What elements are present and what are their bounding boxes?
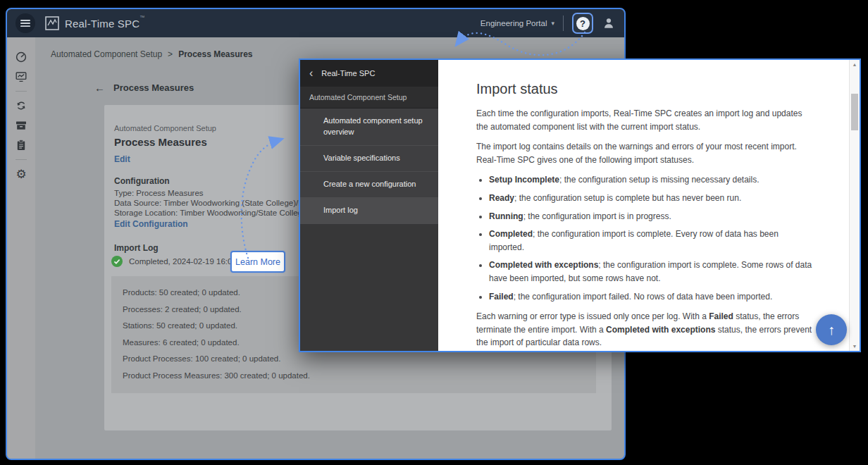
rail-divider <box>16 91 27 92</box>
page-heading: ← Process Measures <box>94 82 194 94</box>
topbar-right-group: Engineering Portal ▾ ? <box>480 13 616 34</box>
back-arrow-icon[interactable]: ← <box>94 82 105 94</box>
learn-more-button[interactable]: Learn More <box>230 251 285 273</box>
help-nav-item-variable-specifications[interactable]: Variable specifications <box>300 146 438 172</box>
import-log-heading: Import Log <box>114 243 159 253</box>
up-arrow-icon: ↑ <box>828 322 835 338</box>
help-sidebar-title: Real-Time SPC <box>321 69 375 78</box>
success-check-icon <box>111 256 123 267</box>
help-nav-item-import-log[interactable]: Import log <box>300 198 438 224</box>
page-title: Process Measures <box>113 82 194 93</box>
user-profile-icon[interactable] <box>602 16 616 30</box>
help-sidebar-filler <box>300 224 438 351</box>
question-mark-icon: ? <box>576 17 590 30</box>
top-bar: Real-Time SPC™ Engineering Portal ▾ ? <box>7 9 624 37</box>
app-logo: Real-Time SPC™ <box>45 16 144 30</box>
scrollbar-up-icon[interactable]: ▲ <box>850 62 860 67</box>
archive-box-icon[interactable] <box>13 118 29 133</box>
status-bullet: Running; the configuration import is in … <box>489 210 816 223</box>
card-title: Process Measures <box>114 136 207 148</box>
help-panel: ‹ Real-Time SPC Automated Component Setu… <box>299 58 861 352</box>
help-nav-item-create-configuration[interactable]: Create a new configuration <box>300 172 438 198</box>
help-nav-item-overview[interactable]: Automated component setup overview <box>300 108 438 146</box>
hamburger-icon <box>20 19 30 27</box>
portal-dropdown[interactable]: Engineering Portal ▾ <box>480 19 554 27</box>
breadcrumb-current: Process Measures <box>178 49 252 59</box>
card-eyebrow: Automated Component Setup <box>114 124 216 132</box>
help-section-label: Automated Component Setup <box>300 87 438 108</box>
configuration-heading: Configuration <box>114 176 170 186</box>
spc-chart-logo-icon <box>45 16 59 30</box>
back-chevron-icon[interactable]: ‹ <box>309 68 313 79</box>
app-title: Real-Time SPC™ <box>65 18 144 30</box>
scrollbar[interactable]: ▲ ▼ <box>849 60 860 351</box>
log-entry: Product Processes: 100 created; 0 update… <box>123 351 596 368</box>
dashboard-gauge-icon[interactable] <box>13 49 29 65</box>
clipboard-icon[interactable] <box>13 137 29 153</box>
portal-label: Engineering Portal <box>480 19 547 27</box>
help-paragraph-3: Each warning or error type is issued onl… <box>476 310 816 349</box>
edit-configuration-link[interactable]: Edit Configuration <box>114 219 188 229</box>
rail-divider <box>16 159 27 160</box>
settings-gear-icon[interactable]: ⚙ <box>13 166 29 182</box>
scroll-to-top-button[interactable]: ↑ <box>816 314 847 345</box>
help-sidebar: ‹ Real-Time SPC Automated Component Setu… <box>300 60 438 351</box>
log-entry: Product Process Measures: 300 created; 0… <box>123 368 596 385</box>
help-content: Import status Each time the configuratio… <box>438 60 860 351</box>
chevron-down-icon: ▾ <box>551 20 554 27</box>
config-storage-location: Storage Location: Timber Woodworking/Sta… <box>114 209 306 217</box>
import-status-row: Completed, 2024-02-19 16:07:15 <box>111 256 248 267</box>
status-bullet-list: Setup Incomplete; the configuration setu… <box>476 173 816 303</box>
scrollbar-thumb[interactable] <box>851 94 858 130</box>
trademark-mark: ™ <box>140 15 144 20</box>
help-paragraph-2: The import log contains details on the w… <box>476 140 816 166</box>
charts-monitor-icon[interactable] <box>13 69 29 85</box>
topbar-divider <box>563 16 564 31</box>
help-sidebar-header[interactable]: ‹ Real-Time SPC <box>300 60 438 87</box>
breadcrumb-parent[interactable]: Automated Component Setup <box>51 49 162 59</box>
scrollbar-down-icon[interactable]: ▼ <box>850 344 860 349</box>
sync-icon[interactable] <box>13 98 29 113</box>
status-bullet: Ready; the configuration setup is comple… <box>489 192 816 205</box>
breadcrumb: Automated Component Setup > Process Meas… <box>51 49 253 59</box>
status-bullet: Failed; the configuration import failed.… <box>489 290 816 304</box>
status-bullet: Completed with exceptions; the configura… <box>489 259 816 285</box>
hamburger-menu-button[interactable] <box>16 13 35 33</box>
help-article-title: Import status <box>476 78 816 100</box>
status-bullet: Completed; the configuration import is c… <box>489 228 816 254</box>
help-button[interactable]: ? <box>572 13 593 34</box>
left-icon-rail: ⚙ <box>7 37 35 459</box>
help-article: Import status Each time the configuratio… <box>476 60 816 351</box>
config-type: Type: Process Measures <box>114 189 204 197</box>
help-paragraph-1: Each time the configuration imports, Rea… <box>476 107 816 133</box>
status-bullet: Setup Incomplete; the configuration setu… <box>489 173 816 187</box>
breadcrumb-separator-icon: > <box>168 49 173 59</box>
screenshot-stage: Real-Time SPC™ Engineering Portal ▾ ? <box>0 0 868 465</box>
edit-link[interactable]: Edit <box>114 154 130 164</box>
